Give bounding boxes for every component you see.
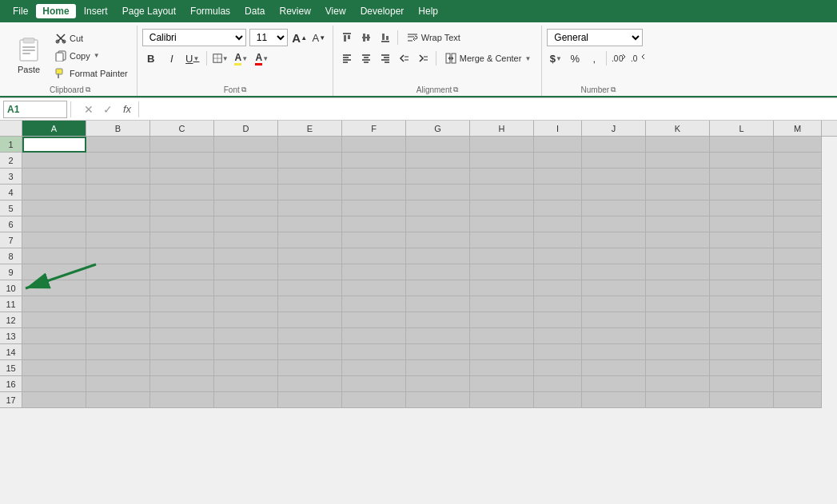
col-header-e[interactable]: E [278, 121, 342, 136]
cell-H16[interactable] [470, 376, 534, 392]
cell-D11[interactable] [214, 296, 278, 312]
cell-F9[interactable] [342, 264, 406, 280]
cell-G17[interactable] [406, 392, 470, 408]
cell-M12[interactable] [774, 312, 822, 328]
cell-L15[interactable] [710, 360, 774, 376]
cell-E1[interactable] [278, 137, 342, 153]
decrease-decimal-button[interactable]: .0 [629, 50, 647, 67]
cell-D17[interactable] [214, 392, 278, 408]
cell-A2[interactable] [22, 153, 86, 169]
cell-H17[interactable] [470, 392, 534, 408]
cell-E11[interactable] [278, 296, 342, 312]
cell-A15[interactable] [22, 360, 86, 376]
cell-K14[interactable] [646, 344, 710, 360]
cell-F8[interactable] [342, 248, 406, 264]
cell-C1[interactable] [150, 137, 214, 153]
cell-D1[interactable] [214, 137, 278, 153]
cell-F17[interactable] [342, 392, 406, 408]
menu-file[interactable]: File [6, 4, 34, 18]
cell-E17[interactable] [278, 392, 342, 408]
cell-B15[interactable] [86, 360, 150, 376]
cell-B6[interactable] [86, 216, 150, 232]
cell-E15[interactable] [278, 360, 342, 376]
cell-M1[interactable] [774, 137, 822, 153]
italic-button[interactable]: I [163, 50, 181, 67]
cell-M9[interactable] [774, 264, 822, 280]
cell-H1[interactable] [470, 137, 534, 153]
cell-E9[interactable] [278, 264, 342, 280]
cell-I7[interactable] [534, 232, 582, 248]
col-header-c[interactable]: C [150, 121, 214, 136]
cell-A17[interactable] [22, 392, 86, 408]
cell-J14[interactable] [582, 344, 646, 360]
cell-C10[interactable] [150, 280, 214, 296]
cell-I10[interactable] [534, 280, 582, 296]
cell-M10[interactable] [774, 280, 822, 296]
row-header-12[interactable]: 12 [0, 312, 22, 328]
cell-I14[interactable] [534, 344, 582, 360]
row-header-15[interactable]: 15 [0, 360, 22, 376]
cell-E14[interactable] [278, 344, 342, 360]
cell-F1[interactable] [342, 137, 406, 153]
cell-G14[interactable] [406, 344, 470, 360]
menu-data[interactable]: Data [238, 4, 271, 18]
cell-L14[interactable] [710, 344, 774, 360]
cell-A5[interactable] [22, 200, 86, 216]
cell-E12[interactable] [278, 312, 342, 328]
row-header-6[interactable]: 6 [0, 216, 22, 232]
formula-cancel-button[interactable]: ✕ [81, 101, 97, 117]
menu-page-layout[interactable]: Page Layout [116, 4, 182, 18]
bold-button[interactable]: B [142, 50, 160, 67]
cell-H6[interactable] [470, 216, 534, 232]
cell-F14[interactable] [342, 344, 406, 360]
cell-G8[interactable] [406, 248, 470, 264]
cell-D12[interactable] [214, 312, 278, 328]
cell-K10[interactable] [646, 280, 710, 296]
cell-H15[interactable] [470, 360, 534, 376]
cell-B10[interactable] [86, 280, 150, 296]
cell-A13[interactable] [22, 328, 86, 344]
cell-K15[interactable] [646, 360, 710, 376]
cell-E5[interactable] [278, 200, 342, 216]
col-header-j[interactable]: J [582, 121, 646, 136]
menu-review[interactable]: Review [273, 4, 317, 18]
cell-A6[interactable] [22, 216, 86, 232]
clipboard-expander-icon[interactable]: ⧉ [86, 85, 90, 94]
cell-L4[interactable] [710, 185, 774, 200]
cell-M17[interactable] [774, 392, 822, 408]
align-top-button[interactable] [338, 29, 356, 46]
cell-M13[interactable] [774, 328, 822, 344]
col-header-l[interactable]: L [710, 121, 774, 136]
cell-C8[interactable] [150, 248, 214, 264]
cell-K16[interactable] [646, 376, 710, 392]
number-expander-icon[interactable]: ⧉ [611, 85, 616, 94]
cell-K6[interactable] [646, 216, 710, 232]
cell-K12[interactable] [646, 312, 710, 328]
cell-H3[interactable] [470, 169, 534, 185]
cell-B4[interactable] [86, 185, 150, 200]
cell-J3[interactable] [582, 169, 646, 185]
cell-B12[interactable] [86, 312, 150, 328]
cell-C11[interactable] [150, 296, 214, 312]
cell-K7[interactable] [646, 232, 710, 248]
align-center-button[interactable] [357, 50, 375, 67]
cell-A9[interactable] [22, 264, 86, 280]
cell-E2[interactable] [278, 153, 342, 169]
cell-B11[interactable] [86, 296, 150, 312]
corner-cell[interactable] [0, 121, 22, 136]
row-header-9[interactable]: 9 [0, 264, 22, 280]
cell-I6[interactable] [534, 216, 582, 232]
cell-A12[interactable] [22, 312, 86, 328]
cell-K1[interactable] [646, 137, 710, 153]
cell-J7[interactable] [582, 232, 646, 248]
cell-E10[interactable] [278, 280, 342, 296]
cell-I8[interactable] [534, 248, 582, 264]
cell-L2[interactable] [710, 153, 774, 169]
cell-F2[interactable] [342, 153, 406, 169]
cell-G12[interactable] [406, 312, 470, 328]
cell-F6[interactable] [342, 216, 406, 232]
menu-developer[interactable]: Developer [354, 4, 411, 18]
cell-F7[interactable] [342, 232, 406, 248]
cell-D6[interactable] [214, 216, 278, 232]
cell-I3[interactable] [534, 169, 582, 185]
